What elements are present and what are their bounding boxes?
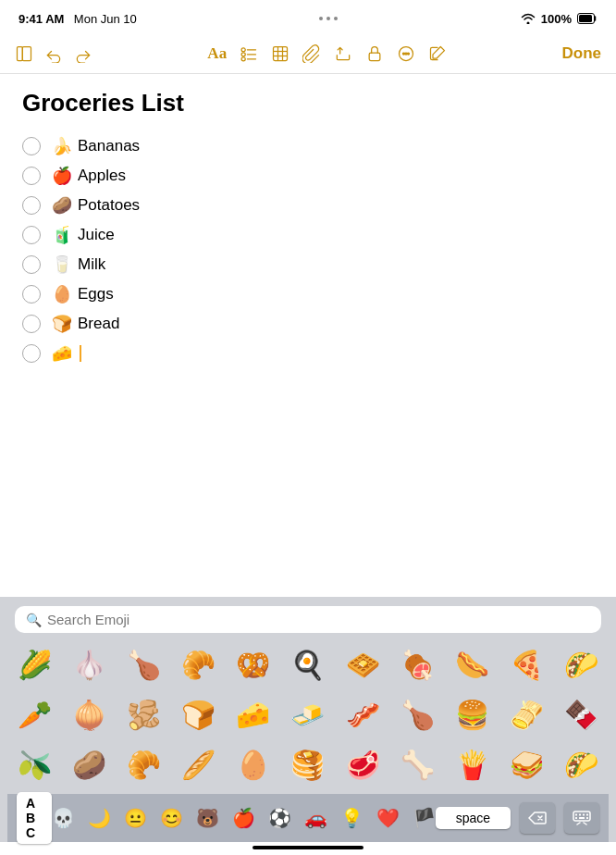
svg-rect-10 (274, 46, 288, 60)
share-icon[interactable] (334, 44, 352, 63)
search-emoji-input[interactable] (47, 612, 590, 627)
emoji-cell[interactable]: 🥔 (68, 742, 112, 787)
sidebar-toggle-icon[interactable] (15, 44, 33, 63)
text-cursor (80, 345, 81, 362)
face-category-icon[interactable]: 😐 (124, 807, 147, 829)
attachment-icon[interactable] (302, 44, 321, 63)
checkbox-new[interactable] (22, 344, 41, 363)
emoji-cell[interactable]: 🍕 (504, 642, 548, 687)
emoji-row: 🌽 🧄 🍗 🥐 🥨 🍳 🧇 🍖 🌭 🍕 🌮 (7, 642, 609, 687)
emoji-cell[interactable]: 🥓 (340, 692, 385, 737)
battery-percent: 100% (541, 12, 572, 26)
checkbox-bananas[interactable] (22, 137, 41, 155)
wifi-icon (521, 13, 536, 24)
keyboard-bottom-bar: A B C 💀 🌙 😐 😊 🐻 🍎 ⚽ 🚗 💡 ❤️ 🏴 space (7, 794, 609, 842)
compose-icon[interactable] (428, 44, 447, 63)
list-item: 🥔 Potatoes (22, 195, 594, 216)
emoji-cell[interactable]: 🦴 (395, 742, 439, 787)
flag-category-icon[interactable]: 🏴 (413, 807, 436, 829)
emoji-cell[interactable]: 🥚 (231, 742, 276, 787)
redo-icon[interactable] (74, 44, 92, 63)
svg-rect-1 (579, 15, 592, 22)
checkbox-eggs[interactable] (22, 285, 41, 304)
note-content: Groceries List 🍌 Bananas 🍎 Apples (0, 74, 616, 597)
space-key[interactable]: space (436, 807, 511, 829)
emoji-cell[interactable]: 🍔 (450, 692, 494, 737)
food-category-icon[interactable]: 🍎 (232, 807, 255, 829)
checklist: 🍌 Bananas 🍎 Apples 🥔 Potatoes (22, 136, 594, 364)
sport-category-icon[interactable]: ⚽ (268, 807, 291, 829)
emoji-cell[interactable]: 🍳 (286, 642, 330, 687)
emoji-cell[interactable]: 🍗 (395, 692, 439, 737)
emoji-cell[interactable]: 🧄 (68, 642, 112, 687)
emoji-cell[interactable]: 🫚 (122, 692, 166, 737)
delete-key[interactable] (520, 802, 555, 834)
emoji-cell[interactable]: 🌽 (13, 642, 57, 687)
status-bar: 9:41 AM Mon Jun 10 100% (0, 0, 616, 33)
emoji-cell[interactable]: 🌮 (559, 742, 603, 787)
svg-rect-3 (22, 46, 31, 60)
emoji-cell[interactable]: 🥨 (231, 642, 276, 687)
emoji-cell[interactable]: 🍗 (122, 642, 166, 687)
emoji-cell[interactable]: 🥐 (177, 642, 221, 687)
list-item: 🧀 (22, 343, 594, 364)
travel-category-icon[interactable]: 🚗 (304, 807, 327, 829)
emoji-cell[interactable]: 🧅 (68, 692, 112, 737)
emoji-row: 🫒 🥔 🥐 🥖 🥚 🥞 🥩 🦴 🍟 🥪 🌮 (7, 742, 609, 787)
smile-category-icon[interactable]: 😊 (160, 807, 183, 829)
svg-rect-20 (573, 812, 590, 821)
emoji-cell[interactable]: 🫔 (504, 692, 548, 737)
svg-rect-26 (579, 817, 585, 819)
emoji-cell[interactable]: 🥕 (13, 692, 57, 737)
animal-category-icon[interactable]: 🐻 (196, 807, 219, 829)
svg-rect-22 (579, 814, 581, 816)
category-icons: 💀 🌙 😐 😊 🐻 🍎 ⚽ 🚗 💡 ❤️ 🏴 (52, 807, 436, 829)
emoji-cell[interactable]: 🍞 (177, 692, 221, 737)
status-dots (319, 17, 338, 20)
list-item: 🍎 Apples (22, 166, 594, 186)
heart-category-icon[interactable]: ❤️ (376, 807, 400, 829)
status-time: 9:41 AM Mon Jun 10 (18, 10, 137, 27)
emoji-cell[interactable]: 🧈 (286, 692, 330, 737)
object-category-icon[interactable]: 💡 (340, 807, 363, 829)
svg-point-6 (241, 52, 245, 56)
list-item: 🧃 Juice (22, 225, 594, 245)
emoji-cell[interactable]: 🍖 (395, 642, 439, 687)
emoji-search-bar[interactable]: 🔍 (15, 606, 601, 633)
skull-category-icon[interactable]: 💀 (52, 807, 75, 829)
svg-point-4 (241, 47, 245, 51)
moon-category-icon[interactable]: 🌙 (88, 807, 111, 829)
checkbox-juice[interactable] (22, 226, 41, 244)
toolbar: Aa (0, 33, 616, 74)
more-icon[interactable] (397, 44, 415, 63)
checkbox-potatoes[interactable] (22, 196, 41, 215)
emoji-cell[interactable]: 🧀 (231, 692, 276, 737)
lock-icon[interactable] (365, 44, 384, 63)
emoji-cell[interactable]: 🥖 (177, 742, 221, 787)
emoji-cell[interactable]: 🥞 (286, 742, 330, 787)
kb-right-controls: space (436, 802, 599, 834)
emoji-cell[interactable]: 🥩 (340, 742, 385, 787)
emoji-cell[interactable]: 🥐 (122, 742, 166, 787)
emoji-cell[interactable]: 🫒 (13, 742, 57, 787)
emoji-cell[interactable]: 🍟 (450, 742, 494, 787)
delete-icon (528, 812, 547, 824)
emoji-cell[interactable]: 🧇 (340, 642, 385, 687)
table-icon[interactable] (271, 44, 290, 63)
undo-icon[interactable] (44, 44, 63, 63)
keyboard-toggle-button[interactable] (564, 802, 599, 834)
done-button[interactable]: Done (562, 44, 602, 63)
emoji-cell[interactable]: 🌭 (450, 642, 494, 687)
emoji-cell[interactable]: 🥪 (504, 742, 548, 787)
svg-point-8 (241, 56, 245, 60)
format-text-icon[interactable]: Aa (207, 44, 227, 63)
emoji-cell[interactable]: 🍫 (559, 692, 603, 737)
checkbox-bread[interactable] (22, 315, 41, 333)
emoji-cell[interactable]: 🌮 (559, 642, 603, 687)
svg-rect-27 (586, 817, 588, 819)
checkbox-apples[interactable] (22, 167, 41, 185)
checklist-icon[interactable] (240, 44, 258, 63)
abc-button[interactable]: A B C (17, 792, 52, 844)
search-icon: 🔍 (26, 613, 42, 627)
checkbox-milk[interactable] (22, 255, 41, 274)
